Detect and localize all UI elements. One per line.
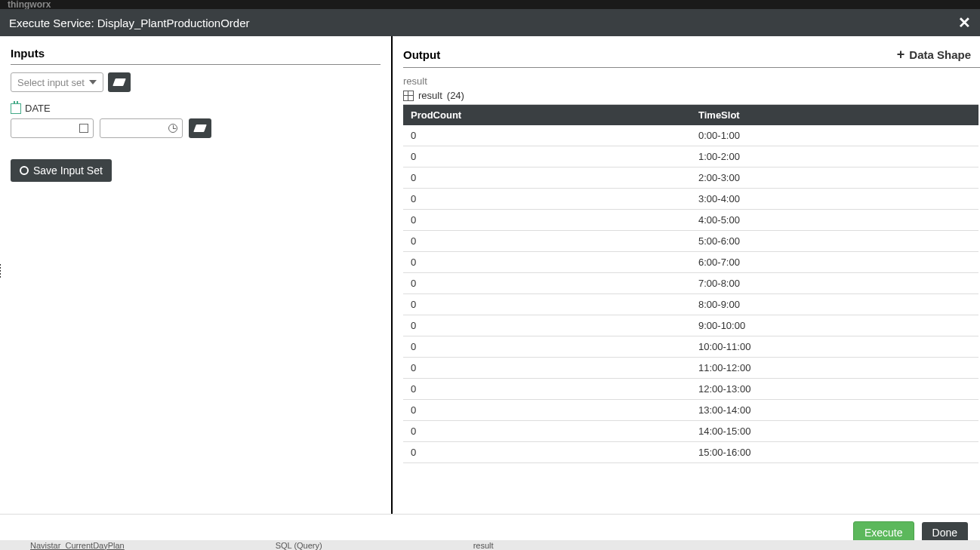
clock-icon (168, 124, 177, 133)
table-row[interactable]: 09:00-10:00 (403, 315, 978, 336)
result-summary: result (24) (403, 90, 980, 101)
output-panel: Output + Data Shape result result (24) P… (393, 36, 980, 514)
table-row[interactable]: 011:00-12:00 (403, 358, 978, 379)
result-label: result (403, 75, 980, 87)
table-row[interactable]: 02:00-3:00 (403, 167, 978, 189)
cell-prodcount: 0 (403, 294, 691, 315)
date-field-label-row: DATE (11, 103, 381, 114)
cell-timeslot: 0:00-1:00 (691, 125, 978, 146)
data-shape-label: Data Shape (909, 48, 971, 61)
cell-timeslot: 10:00-11:00 (691, 336, 978, 358)
cell-timeslot: 7:00-8:00 (691, 273, 978, 294)
table-row[interactable]: 06:00-7:00 (403, 252, 978, 273)
table-row[interactable]: 04:00-5:00 (403, 210, 978, 231)
cell-timeslot: 14:00-15:00 (691, 421, 978, 442)
cell-timeslot: 4:00-5:00 (691, 210, 978, 231)
table-row[interactable]: 014:00-15:00 (403, 421, 978, 442)
bg-item: result (473, 541, 494, 550)
output-header: Output + Data Shape (403, 47, 980, 68)
bg-item: Navistar_CurrentDayPlan (30, 541, 125, 550)
save-input-set-button[interactable]: Save Input Set (11, 159, 112, 182)
calendar-icon (11, 103, 21, 114)
inputs-panel: Inputs Select input set DATE (0, 36, 393, 514)
cell-timeslot: 9:00-10:00 (691, 315, 978, 336)
cell-prodcount: 0 (403, 442, 691, 463)
grid-icon (403, 91, 414, 101)
output-title: Output (403, 48, 440, 61)
result-name: result (418, 90, 442, 101)
cell-prodcount: 0 (403, 167, 691, 189)
inputs-title: Inputs (11, 47, 381, 65)
plus-icon: + (897, 47, 905, 63)
cell-timeslot: 15:00-16:00 (691, 442, 978, 463)
cell-timeslot: 5:00-6:00 (691, 231, 978, 252)
result-table-container[interactable]: ProdCount TimeSlot 00:00-1:0001:00-2:000… (403, 104, 978, 503)
table-row[interactable]: 00:00-1:00 (403, 125, 978, 146)
table-row[interactable]: 010:00-11:00 (403, 336, 978, 358)
cell-timeslot: 11:00-12:00 (691, 358, 978, 379)
col-header-prodcount[interactable]: ProdCount (403, 105, 691, 125)
app-topbar: thingworx (0, 0, 980, 9)
table-row[interactable]: 01:00-2:00 (403, 146, 978, 167)
time-input[interactable] (100, 118, 183, 138)
cell-timeslot: 1:00-2:00 (691, 146, 978, 167)
select-input-set-placeholder: Select input set (17, 77, 85, 88)
cell-prodcount: 0 (403, 273, 691, 294)
clear-date-button[interactable] (189, 118, 211, 138)
modal-body: Inputs Select input set DATE (0, 36, 980, 514)
table-row[interactable]: 08:00-9:00 (403, 294, 978, 315)
eraser-icon (193, 124, 207, 132)
execute-service-modal: Execute Service: Display_PlantProduction… (0, 9, 980, 550)
cell-timeslot: 6:00-7:00 (691, 252, 978, 273)
table-row[interactable]: 013:00-14:00 (403, 400, 978, 421)
cell-timeslot: 12:00-13:00 (691, 379, 978, 400)
cell-prodcount: 0 (403, 315, 691, 336)
cell-prodcount: 0 (403, 421, 691, 442)
modal-title: Execute Service: Display_PlantProduction… (9, 17, 958, 29)
eraser-icon (112, 78, 126, 86)
cell-prodcount: 0 (403, 125, 691, 146)
table-row[interactable]: 012:00-13:00 (403, 379, 978, 400)
modal-header: Execute Service: Display_PlantProduction… (0, 9, 980, 36)
cell-prodcount: 0 (403, 146, 691, 167)
bg-item: SQL (Query) (276, 541, 322, 550)
close-icon[interactable]: ✕ (958, 14, 971, 32)
select-input-set-dropdown[interactable]: Select input set (11, 72, 103, 92)
cell-timeslot: 2:00-3:00 (691, 167, 978, 189)
background-strip: Navistar_CurrentDayPlan SQL (Query) resu… (0, 540, 980, 550)
cell-prodcount: 0 (403, 231, 691, 252)
cell-timeslot: 8:00-9:00 (691, 294, 978, 315)
table-row[interactable]: 07:00-8:00 (403, 273, 978, 294)
cell-timeslot: 13:00-14:00 (691, 400, 978, 421)
add-data-shape-button[interactable]: + Data Shape (897, 47, 980, 63)
cell-timeslot: 3:00-4:00 (691, 189, 978, 210)
date-label: DATE (25, 103, 51, 114)
cell-prodcount: 0 (403, 379, 691, 400)
table-row[interactable]: 015:00-16:00 (403, 442, 978, 463)
chevron-down-icon (89, 80, 97, 84)
clear-input-set-button[interactable] (108, 72, 131, 92)
cell-prodcount: 0 (403, 210, 691, 231)
cell-prodcount: 0 (403, 252, 691, 273)
col-header-timeslot[interactable]: TimeSlot (691, 105, 978, 125)
table-row[interactable]: 03:00-4:00 (403, 189, 978, 210)
cell-prodcount: 0 (403, 358, 691, 379)
circle-icon (20, 166, 29, 175)
result-count: (24) (447, 90, 464, 101)
table-row[interactable]: 05:00-6:00 (403, 231, 978, 252)
date-input[interactable] (11, 118, 94, 138)
calendar-picker-icon (79, 124, 88, 133)
save-input-set-label: Save Input Set (33, 164, 103, 177)
cell-prodcount: 0 (403, 189, 691, 210)
result-table: ProdCount TimeSlot 00:00-1:0001:00-2:000… (403, 105, 978, 463)
cell-prodcount: 0 (403, 336, 691, 358)
cell-prodcount: 0 (403, 400, 691, 421)
